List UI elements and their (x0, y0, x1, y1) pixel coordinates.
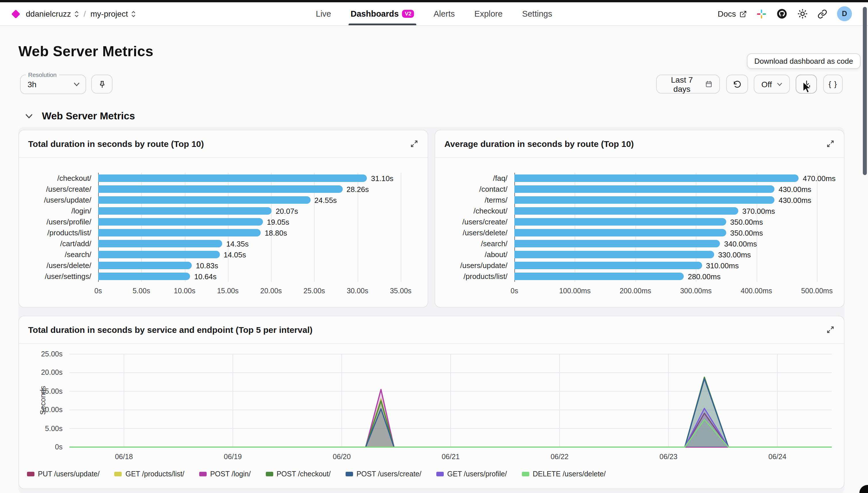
pin-icon (97, 80, 106, 89)
auto-refresh-select[interactable]: Off (754, 74, 790, 93)
bar-row: /faq/470.00ms (435, 173, 817, 184)
bar (514, 240, 720, 248)
expand-icon[interactable] (826, 325, 835, 334)
legend-item[interactable]: DELETE /users/delete/ (522, 470, 606, 478)
bar-track: 10.64s (98, 271, 401, 282)
bar-rows: /checkout/31.10s/users/create/28.26s/use… (19, 158, 428, 282)
bar-category-label: /checkout/ (435, 207, 514, 215)
docs-link[interactable]: Docs (718, 9, 747, 18)
x-tick-label: 20.00s (260, 287, 282, 295)
y-axis-ticks: 0s5.00s10.00s15.00s20.00s25.00s (19, 354, 63, 447)
bar-value-label: 24.55s (314, 196, 337, 204)
chevron-down-icon (73, 82, 80, 86)
bar (98, 240, 222, 248)
bar-track: 470.00ms (514, 173, 817, 184)
bar (98, 229, 261, 236)
project-selector[interactable]: my-project (90, 9, 136, 18)
bar-chart: /faq/470.00ms/contact/430.00ms/terms/430… (435, 158, 844, 300)
bar-category-label: /search/ (19, 250, 98, 259)
time-range-button[interactable]: Last 7 days (656, 74, 720, 93)
x-tick-label: 06/23 (660, 453, 678, 461)
json-view-button[interactable]: { } (823, 74, 843, 93)
legend-swatch (114, 472, 122, 476)
chart-legend: PUT /users/update/GET /products/list/POS… (27, 470, 606, 478)
x-axis-ticks: 06/1806/1906/2006/2106/2206/2306/24 (69, 453, 832, 463)
card-header: Total duration in seconds by route (Top … (19, 130, 428, 158)
x-tick-label: 15.00s (217, 287, 238, 295)
github-button[interactable] (776, 8, 788, 20)
active-tab-underline (348, 23, 417, 25)
bar-track: 310.00ms (514, 260, 817, 271)
dashboard-section-panel: Total duration in seconds by route (Top … (18, 127, 845, 493)
tab-explore[interactable]: Explore (474, 2, 503, 25)
bar-value-label: 19.05s (267, 217, 289, 226)
tab-alerts[interactable]: Alerts (433, 2, 455, 25)
user-avatar[interactable]: D (837, 6, 852, 21)
legend-label: PUT /users/update/ (38, 470, 100, 478)
bar-value-label: 430.00ms (779, 196, 811, 204)
tab-live[interactable]: Live (316, 2, 331, 25)
tooltip-download-dashboard: Download dashboard as code (747, 53, 861, 69)
share-link-button[interactable] (818, 9, 827, 19)
bar-value-label: 14.05s (224, 250, 246, 259)
bar (98, 218, 263, 226)
x-tick-label: 300.00ms (680, 287, 712, 295)
legend-item[interactable]: GET /products/list/ (114, 470, 184, 478)
selector-carets-icon (74, 10, 79, 18)
bar (98, 185, 342, 193)
bar-category-label: /users/create/ (19, 185, 98, 193)
slack-button[interactable] (757, 9, 766, 19)
bar-chart: /checkout/31.10s/users/create/28.26s/use… (19, 158, 428, 300)
legend-label: POST /login/ (210, 470, 251, 478)
navbar-actions: Docs (718, 6, 852, 21)
area-chart: Seconds0s5.00s10.00s15.00s20.00s25.00s06… (19, 344, 844, 489)
bar (514, 229, 726, 236)
breadcrumb-separator: / (84, 9, 86, 18)
bar-category-label: /contact/ (435, 185, 514, 193)
expand-icon[interactable] (410, 140, 419, 148)
bar-value-label: 350.00ms (730, 217, 763, 226)
bar-value-label: 370.00ms (742, 207, 775, 215)
tab-dashboards[interactable]: Dashboards V2 (351, 2, 414, 25)
x-tick-label: 06/24 (768, 453, 786, 461)
bar-rows: /faq/470.00ms/contact/430.00ms/terms/430… (435, 158, 844, 282)
bar-category-label: /user/settings/ (19, 272, 98, 281)
github-icon (776, 8, 788, 20)
legend-swatch (266, 472, 273, 476)
tab-settings[interactable]: Settings (522, 2, 552, 25)
bar-row: /search/340.00ms (435, 238, 817, 249)
bar-category-label: /users/update/ (19, 196, 98, 204)
bar-value-label: 31.10s (371, 174, 394, 183)
legend-item[interactable]: POST /login/ (199, 470, 251, 478)
resolution-select[interactable]: Resolution 3h (20, 74, 86, 94)
x-tick-label: 400.00ms (741, 287, 772, 295)
y-tick-label: 20.00s (41, 369, 63, 377)
legend-label: POST /users/create/ (357, 470, 421, 478)
legend-item[interactable]: GET /users/profile/ (436, 470, 507, 478)
legend-label: DELETE /users/delete/ (533, 470, 606, 478)
legend-item[interactable]: POST /checkout/ (266, 470, 331, 478)
bar (514, 218, 726, 226)
expand-icon[interactable] (826, 140, 835, 148)
scrollbar-thumb[interactable] (863, 7, 867, 175)
top-navbar: ddanielcruzz / my-project Live Dashboard… (0, 2, 868, 26)
x-tick-label: 0s (511, 287, 518, 295)
org-selector[interactable]: ddanielcruzz (26, 9, 79, 18)
card-title: Total duration in seconds by service and… (28, 325, 313, 335)
bar-category-label: /users/delete/ (19, 261, 98, 270)
bar-category-label: /about/ (435, 250, 514, 259)
refresh-button[interactable] (726, 74, 748, 93)
theme-toggle-button[interactable] (798, 8, 808, 19)
breadcrumb: ddanielcruzz / my-project (13, 9, 136, 18)
pin-resolution-button[interactable] (91, 74, 112, 93)
external-link-icon (739, 10, 747, 18)
chart-card-total-duration-by-route: Total duration in seconds by route (Top … (18, 130, 428, 308)
legend-item[interactable]: POST /users/create/ (345, 470, 421, 478)
window-corner-overlay (860, 485, 868, 493)
legend-item[interactable]: PUT /users/update/ (27, 470, 100, 478)
section-header[interactable]: Web Server Metrics (25, 110, 868, 122)
bar-category-label: /users/create/ (435, 217, 514, 226)
bar (98, 262, 192, 269)
logfire-logo-icon (11, 9, 20, 18)
page-title: Web Server Metrics (18, 43, 868, 60)
